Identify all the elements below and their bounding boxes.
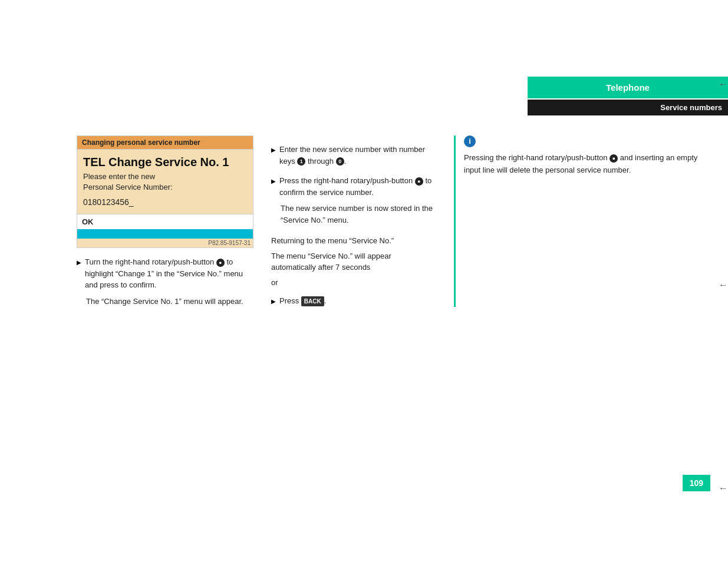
circle-button-icon-1: ● (216, 259, 225, 267)
device-body: TEL Change Service No. 1 Please enter th… (77, 150, 253, 207)
arrow-mark-mid: ← (719, 280, 728, 290)
arrow-mark-bot: ← (719, 483, 728, 494)
circle-num-1: 1 (297, 157, 305, 166)
mid-sub-text-1: The new service number is now stored in … (281, 203, 436, 226)
bullet-arrow-4: ▶ (271, 297, 276, 307)
circle-num-0: 0 (336, 157, 344, 166)
device-ok-label: OK (82, 217, 94, 226)
left-bullet-1-text: Turn the right-hand rotary/push-button ●… (85, 256, 253, 291)
left-sub-text-1: The “Change Service No. 1” menu will app… (86, 296, 253, 308)
device-title: Changing personal service number (82, 138, 200, 147)
auto-text: The menu “Service No.” will appear autom… (271, 250, 436, 273)
mid-bullet-1: ▶ Enter the new service number with numb… (271, 144, 436, 167)
back-badge: BACK (301, 296, 324, 306)
stored-text: The new service number is now stored in … (281, 204, 433, 224)
circle-button-icon-2: ● (415, 177, 423, 186)
right-column: i Pressing the right-hand rotary/push-bu… (454, 135, 710, 307)
info-text: Pressing the right-hand rotary/push-butt… (464, 152, 710, 177)
device-tel-line: TEL Change Service No. 1 (83, 156, 247, 169)
press-back-text: Press BACK. (279, 295, 326, 307)
device-screen: Changing personal service number TEL Cha… (77, 135, 253, 248)
circle-button-icon-3: ● (610, 154, 618, 163)
header-area: Telephone Service numbers (504, 77, 728, 115)
telephone-bar: Telephone (528, 77, 728, 98)
device-caption: P82.85-9157-31 (77, 239, 253, 247)
left-bullet-1: ▶ Turn the right-hand rotary/push-button… (77, 256, 253, 291)
info-icon: i (464, 135, 476, 147)
middle-column: ▶ Enter the new service number with numb… (271, 135, 436, 307)
bullet-arrow-1: ▶ (77, 258, 81, 291)
telephone-label: Telephone (606, 82, 650, 92)
mid-bullet-2-text: Press the right-hand rotary/push-button … (279, 175, 436, 198)
service-numbers-bar: Service numbers (528, 100, 728, 115)
change-service-appears-text: The “Change Service No. 1” menu will app… (86, 297, 243, 306)
returning-text: Returning to the menu “Service No.” (271, 235, 436, 247)
mid-bullet-1-text: Enter the new service number with number… (279, 144, 436, 167)
content-area: Changing personal service number TEL Cha… (77, 135, 710, 307)
device-subtitle: Please enter the newPersonal Service Num… (83, 171, 247, 193)
device-number: 0180123456_ (83, 197, 247, 207)
arrow-mark-top: ← (719, 79, 728, 90)
left-column: Changing personal service number TEL Cha… (77, 135, 253, 307)
device-title-bar: Changing personal service number (77, 136, 253, 150)
service-numbers-label: Service numbers (660, 103, 722, 112)
device-ok-bar: OK (77, 214, 253, 229)
device-cyan-bar (77, 229, 253, 239)
press-back-bullet: ▶ Press BACK. (271, 295, 436, 307)
or-label: or (271, 278, 436, 287)
page-number: 109 (683, 475, 710, 491)
bullet-arrow-3: ▶ (271, 177, 276, 198)
bullet-arrow-2: ▶ (271, 146, 276, 167)
mid-bullet-2: ▶ Press the right-hand rotary/push-butto… (271, 175, 436, 198)
